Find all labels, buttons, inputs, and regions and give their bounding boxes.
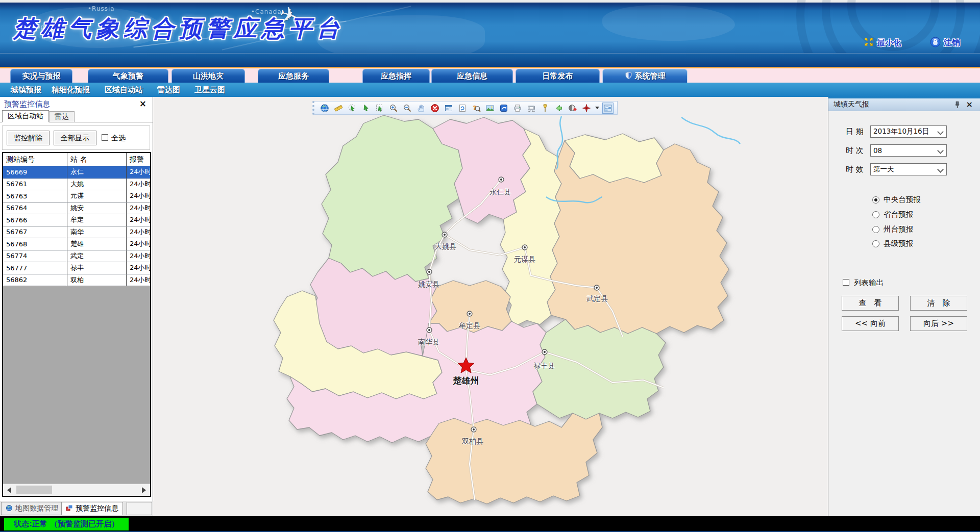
tab-emergency-service[interactable]: 应急服务	[258, 69, 329, 83]
radio-county-forecast[interactable]: 县级预报	[872, 239, 913, 248]
pin-icon[interactable]	[954, 101, 961, 111]
scroll-left-icon[interactable]	[7, 487, 11, 493]
submenu-satellite-image[interactable]: 卫星云图	[194, 83, 225, 97]
tab-daily-release[interactable]: 日常发布	[516, 69, 600, 83]
status-bar: 状态:正常 （预警监测已开启）	[0, 516, 980, 532]
col-station-id: 测站编号	[3, 153, 67, 166]
forward-button[interactable]: 向后 >>	[910, 316, 967, 331]
list-output-checkbox[interactable]	[843, 279, 849, 286]
validity-select[interactable]: 第一天	[870, 163, 947, 175]
pan-hand-icon[interactable]	[416, 103, 426, 113]
minimize-label: 最小化	[877, 38, 901, 48]
place-pin-icon[interactable]	[540, 103, 550, 113]
panel-tabs: 区域自动站 雷达	[0, 109, 153, 122]
table-row[interactable]: 56764 姚安 24小时	[3, 202, 150, 215]
horizontal-scrollbar[interactable]	[3, 484, 150, 496]
radio-icon	[872, 211, 879, 218]
logout-button[interactable]: 注销	[930, 37, 960, 49]
show-all-button[interactable]: 全部显示	[54, 131, 96, 145]
table-row[interactable]: 56767 南华 24小时	[3, 226, 150, 239]
print-icon[interactable]	[512, 103, 523, 113]
time-select[interactable]: 08	[870, 144, 947, 157]
table-header: 测站编号 站 名 报警	[3, 153, 150, 166]
identify-icon[interactable]: ?	[471, 103, 481, 113]
print-layout-icon[interactable]	[526, 103, 536, 113]
scrollbar-thumb[interactable]	[16, 486, 52, 494]
view-button[interactable]: 查 看	[842, 296, 899, 311]
scroll-right-icon[interactable]	[142, 487, 146, 493]
select-circle-icon[interactable]	[347, 103, 357, 113]
release-monitor-button[interactable]: 监控解除	[7, 131, 50, 145]
warning-monitor-panel: 预警监控信息 × 区域自动站 雷达 监控解除 全部显示 全选 测站编号 站 名 …	[0, 97, 153, 501]
flash-location-icon[interactable]	[581, 103, 592, 113]
select-rectangle-icon[interactable]	[375, 103, 385, 113]
add-overlay-icon[interactable]	[568, 103, 578, 113]
tab-flood-geohazard[interactable]: 山洪地灾	[172, 69, 245, 83]
minimize-button[interactable]: 最小化	[864, 37, 901, 49]
measure-distance-icon[interactable]	[333, 103, 344, 113]
radio-icon	[872, 240, 879, 247]
select-arrow-icon[interactable]	[361, 103, 371, 113]
date-label: 日 期	[846, 125, 864, 138]
stop-icon[interactable]	[430, 103, 440, 113]
radio-central-forecast[interactable]: 中央台预报	[872, 195, 921, 205]
table-row[interactable]: 56761 大姚 24小时	[3, 179, 150, 191]
export-image-icon[interactable]	[485, 103, 495, 113]
tab-map-data-management[interactable]: 地图数据管理	[1, 502, 63, 515]
go-back-icon[interactable]	[554, 103, 564, 113]
close-icon[interactable]: ×	[139, 98, 146, 109]
submenu-auto-station[interactable]: 区域自动站	[105, 83, 143, 97]
back-button[interactable]: << 向前	[842, 316, 899, 331]
clear-button[interactable]: 清 除	[910, 296, 967, 311]
status-badge: 状态:正常 （预警监测已开启）	[4, 518, 129, 530]
tab-live-forecast[interactable]: 实况与预报	[10, 69, 72, 83]
date-select[interactable]: 2013年10月16日	[870, 125, 947, 138]
county-label: 姚安县	[418, 280, 439, 289]
tab-emergency-info[interactable]: 应急信息	[431, 69, 513, 83]
tab-emergency-command[interactable]: 应急指挥	[362, 69, 430, 83]
tab-warning-monitor-info[interactable]: 预警监控信息	[61, 502, 123, 515]
map-canvas[interactable]: 永仁县 大姚县 元谋县 姚安县 武定县 牟定县 南华县 禄丰县 双柏县 楚雄州	[153, 97, 828, 516]
close-icon[interactable]: ×	[966, 99, 973, 109]
logout-label: 注销	[944, 38, 960, 48]
county-label: 大姚县	[435, 242, 456, 251]
select-all-checkbox[interactable]	[102, 134, 108, 141]
table-row[interactable]: 56777 禄丰 24小时	[3, 262, 150, 274]
tab-region-auto-station[interactable]: 区域自动站	[2, 110, 49, 122]
sub-nav: 城镇预报 精细化预报 区域自动站 雷达图 卫星云图	[0, 83, 980, 97]
header-bottom-band	[0, 53, 980, 67]
tab-stub[interactable]	[127, 502, 152, 515]
zoom-out-icon[interactable]	[402, 103, 412, 113]
capital-label: 楚雄州	[453, 375, 479, 387]
radio-icon	[872, 226, 879, 233]
swap-view-icon[interactable]	[499, 103, 509, 113]
list-output-label: 列表输出	[854, 278, 884, 288]
table-row[interactable]: 56774 武定 24小时	[3, 250, 150, 263]
county-label: 双柏县	[462, 437, 483, 446]
town-weather-panel: 城镇天气报 × 日 期 2013年10月16日 时 次 08 时 效 第一天 中…	[828, 97, 980, 516]
table-row[interactable]: 56766 牟定 24小时	[3, 214, 150, 226]
tab-system-management[interactable]: 系统管理	[602, 69, 688, 83]
county-label: 永仁县	[489, 188, 511, 197]
col-station-name: 站 名	[67, 153, 127, 166]
submenu-fine-forecast[interactable]: 精细化预报	[52, 83, 90, 97]
map-toolbar: ?	[312, 101, 618, 115]
app-title: 楚雄气象综合预警应急平台	[13, 13, 344, 44]
refresh-icon[interactable]	[457, 103, 468, 113]
radio-prefecture-forecast[interactable]: 州台预报	[872, 224, 913, 234]
overview-map-icon[interactable]	[603, 103, 613, 113]
table-row[interactable]: 56669 永仁 24小时	[3, 166, 150, 179]
submenu-radar-chart[interactable]: 雷达图	[157, 83, 180, 97]
table-row[interactable]: 56763 元谋 24小时	[3, 190, 150, 202]
county-label: 武定县	[586, 294, 608, 303]
globe-icon[interactable]	[320, 103, 330, 113]
table-row[interactable]: 56768 楚雄 24小时	[3, 238, 150, 250]
table-row[interactable]: 56862 双柏 24小时	[3, 274, 150, 287]
tab-weather-warning[interactable]: 气象预警	[88, 69, 168, 83]
submenu-town-forecast[interactable]: 城镇预报	[11, 83, 41, 97]
zoom-in-icon[interactable]	[388, 103, 399, 113]
dropdown-caret-icon[interactable]	[595, 107, 599, 109]
full-extent-icon[interactable]	[444, 103, 454, 113]
radio-province-forecast[interactable]: 省台预报	[872, 210, 913, 219]
tab-radar[interactable]: 雷达	[49, 111, 75, 122]
